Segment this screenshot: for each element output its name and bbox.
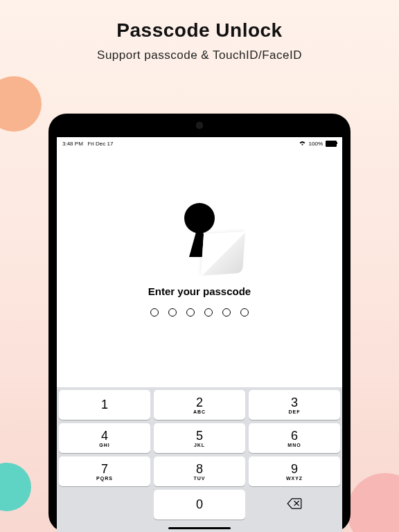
key-letters: PQRS: [96, 476, 113, 481]
key-num: 0: [196, 498, 203, 511]
status-date: Fri Dec 17: [87, 141, 113, 147]
passcode-dot: [186, 308, 195, 317]
page-title: Passcode Unlock: [0, 19, 399, 42]
key-num: 8: [196, 463, 203, 475]
key-8[interactable]: 8 TUV: [154, 456, 245, 486]
battery-percent: 100%: [309, 141, 323, 147]
key-1[interactable]: 1: [59, 390, 150, 420]
passcode-prompt: Enter your passcode: [57, 285, 342, 297]
passcode-dot: [150, 308, 159, 317]
key-num: 9: [291, 463, 298, 475]
key-5[interactable]: 5 JKL: [154, 423, 245, 453]
wifi-icon: [299, 140, 306, 147]
key-num: 2: [196, 396, 203, 409]
key-letters: JKL: [194, 443, 205, 447]
page-curl-icon: [201, 231, 245, 276]
passcode-dot: [168, 308, 177, 317]
key-3[interactable]: 3 DEF: [249, 390, 340, 420]
tablet-frame: 3:48 PM Fri Dec 17 100%: [48, 114, 351, 532]
passcode-dot: [222, 308, 231, 317]
key-blank: [59, 490, 150, 520]
status-left: 3:48 PM Fri Dec 17: [62, 141, 113, 147]
battery-icon: [326, 141, 337, 147]
camera-dot: [196, 122, 203, 129]
key-backspace[interactable]: [249, 490, 340, 520]
key-num: 1: [101, 398, 108, 411]
key-num: 4: [101, 429, 108, 442]
key-6[interactable]: 6 MNO: [249, 423, 340, 453]
status-bar: 3:48 PM Fri Dec 17 100%: [57, 137, 342, 150]
key-4[interactable]: 4 GHI: [59, 423, 150, 453]
passcode-dot: [204, 308, 213, 317]
key-0[interactable]: 0: [154, 490, 245, 520]
key-letters: MNO: [287, 443, 301, 447]
key-num: 7: [101, 463, 108, 475]
passcode-dot: [240, 308, 249, 317]
key-2[interactable]: 2 ABC: [154, 390, 245, 420]
key-letters: DEF: [289, 409, 301, 414]
tablet-screen: 3:48 PM Fri Dec 17 100%: [57, 137, 342, 532]
key-7[interactable]: 7 PQRS: [59, 456, 150, 486]
status-time: 3:48 PM: [62, 141, 83, 147]
numeric-keypad: 1 2 ABC 3 DEF 4 GHI 5 JKL 6 MNO: [57, 387, 342, 532]
key-letters: TUV: [194, 476, 206, 481]
status-right: 100%: [299, 140, 337, 147]
home-indicator[interactable]: [168, 527, 231, 529]
lock-illustration: [158, 188, 241, 272]
key-num: 3: [291, 396, 298, 409]
backspace-icon: [287, 498, 302, 512]
key-9[interactable]: 9 WXYZ: [249, 456, 340, 486]
key-num: 5: [196, 429, 203, 442]
key-num: 6: [291, 429, 298, 442]
page-subtitle: Support passcode & TouchID/FaceID: [0, 48, 399, 62]
key-letters: WXYZ: [286, 476, 303, 481]
key-letters: ABC: [193, 409, 206, 414]
passcode-dots: [57, 308, 342, 317]
key-letters: GHI: [99, 443, 109, 447]
